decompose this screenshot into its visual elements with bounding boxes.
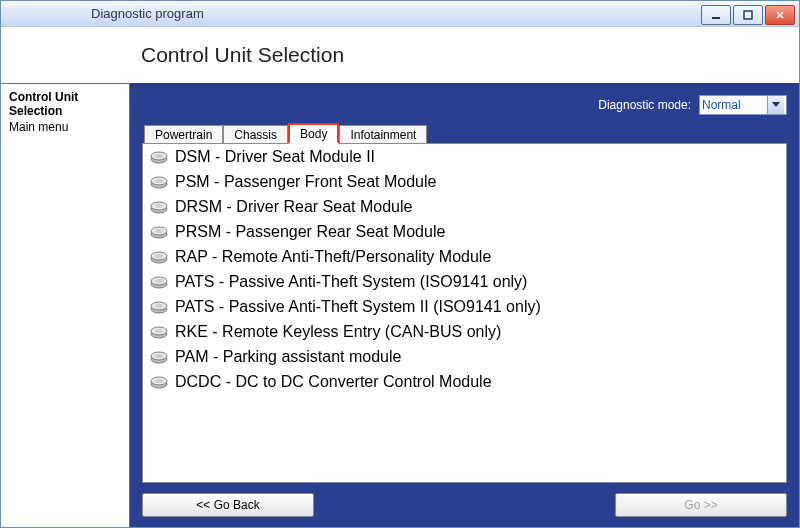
svg-point-7 bbox=[155, 179, 163, 183]
window-title: Diagnostic program bbox=[11, 6, 204, 21]
mode-row: Diagnostic mode: Normal bbox=[142, 95, 787, 115]
module-icon bbox=[149, 175, 169, 189]
svg-point-13 bbox=[155, 229, 163, 233]
module-icon bbox=[149, 150, 169, 164]
content-columns: Control Unit Selection Main menu Diagnos… bbox=[1, 83, 799, 527]
module-icon bbox=[149, 325, 169, 339]
list-item-label: PSM - Passenger Front Seat Module bbox=[175, 173, 436, 191]
list-item[interactable]: PATS - Passive Anti-Theft System II (ISO… bbox=[143, 294, 786, 319]
list-item-label: DCDC - DC to DC Converter Control Module bbox=[175, 373, 492, 391]
list-item-label: DSM - Driver Seat Module II bbox=[175, 148, 375, 166]
page-title: Control Unit Selection bbox=[141, 43, 344, 67]
sidebar-item-control-unit-selection[interactable]: Control Unit Selection bbox=[9, 90, 121, 118]
sidebar: Control Unit Selection Main menu bbox=[1, 83, 130, 527]
list-item[interactable]: PRSM - Passenger Rear Seat Module bbox=[143, 219, 786, 244]
tabstrip: Powertrain Chassis Body Infotainment bbox=[144, 123, 787, 143]
module-icon bbox=[149, 225, 169, 239]
list-item-label: RAP - Remote Anti-Theft/Personality Modu… bbox=[175, 248, 491, 266]
tab-infotainment[interactable]: Infotainment bbox=[339, 125, 427, 143]
svg-point-19 bbox=[155, 279, 163, 283]
module-listbox: DSM - Driver Seat Module IIPSM - Passeng… bbox=[142, 143, 787, 483]
maximize-button[interactable] bbox=[733, 5, 763, 25]
list-item-label: PATS - Passive Anti-Theft System II (ISO… bbox=[175, 298, 541, 316]
svg-point-4 bbox=[155, 154, 163, 158]
go-back-button[interactable]: << Go Back bbox=[142, 493, 314, 517]
module-icon bbox=[149, 300, 169, 314]
footer-row: << Go Back Go >> bbox=[142, 493, 787, 517]
minimize-button[interactable] bbox=[701, 5, 731, 25]
module-icon bbox=[149, 350, 169, 364]
tabs-wrapper: Powertrain Chassis Body Infotainment DSM… bbox=[142, 123, 787, 483]
list-item-label: PRSM - Passenger Rear Seat Module bbox=[175, 223, 445, 241]
svg-point-25 bbox=[155, 329, 163, 333]
sidebar-item-main-menu[interactable]: Main menu bbox=[9, 120, 121, 134]
mode-value: Normal bbox=[702, 98, 741, 112]
list-item-label: PAM - Parking assistant module bbox=[175, 348, 401, 366]
svg-point-10 bbox=[155, 204, 163, 208]
main-area: Diagnostic mode: Normal Powertrain Chass… bbox=[130, 83, 799, 527]
svg-point-31 bbox=[155, 379, 163, 383]
list-item[interactable]: DCDC - DC to DC Converter Control Module bbox=[143, 369, 786, 394]
module-icon bbox=[149, 250, 169, 264]
module-icon bbox=[149, 275, 169, 289]
list-item[interactable]: RAP - Remote Anti-Theft/Personality Modu… bbox=[143, 244, 786, 269]
close-button[interactable] bbox=[765, 5, 795, 25]
titlebar: Diagnostic program bbox=[1, 1, 799, 27]
go-next-button: Go >> bbox=[615, 493, 787, 517]
list-item-label: RKE - Remote Keyless Entry (CAN-BUS only… bbox=[175, 323, 501, 341]
tab-chassis[interactable]: Chassis bbox=[223, 125, 288, 143]
list-item[interactable]: PSM - Passenger Front Seat Module bbox=[143, 169, 786, 194]
list-item-label: DRSM - Driver Rear Seat Module bbox=[175, 198, 412, 216]
list-item[interactable]: PATS - Passive Anti-Theft System (ISO914… bbox=[143, 269, 786, 294]
svg-rect-0 bbox=[712, 17, 720, 19]
svg-point-28 bbox=[155, 354, 163, 358]
list-item[interactable]: RKE - Remote Keyless Entry (CAN-BUS only… bbox=[143, 319, 786, 344]
svg-rect-1 bbox=[744, 11, 752, 19]
chevron-down-icon bbox=[767, 96, 784, 114]
module-icon bbox=[149, 375, 169, 389]
mode-select[interactable]: Normal bbox=[699, 95, 787, 115]
window-controls bbox=[699, 5, 795, 23]
svg-point-16 bbox=[155, 254, 163, 258]
module-icon bbox=[149, 200, 169, 214]
tab-powertrain[interactable]: Powertrain bbox=[144, 125, 223, 143]
list-item[interactable]: PAM - Parking assistant module bbox=[143, 344, 786, 369]
list-item[interactable]: DSM - Driver Seat Module II bbox=[143, 144, 786, 169]
list-item[interactable]: DRSM - Driver Rear Seat Module bbox=[143, 194, 786, 219]
svg-point-22 bbox=[155, 304, 163, 308]
tab-body[interactable]: Body bbox=[288, 123, 339, 144]
mode-label: Diagnostic mode: bbox=[598, 98, 691, 112]
list-item-label: PATS - Passive Anti-Theft System (ISO914… bbox=[175, 273, 527, 291]
app-window: Diagnostic program Control Unit Selectio… bbox=[0, 0, 800, 528]
module-list-scroll[interactable]: DSM - Driver Seat Module IIPSM - Passeng… bbox=[143, 144, 786, 482]
header: Control Unit Selection bbox=[1, 27, 799, 83]
